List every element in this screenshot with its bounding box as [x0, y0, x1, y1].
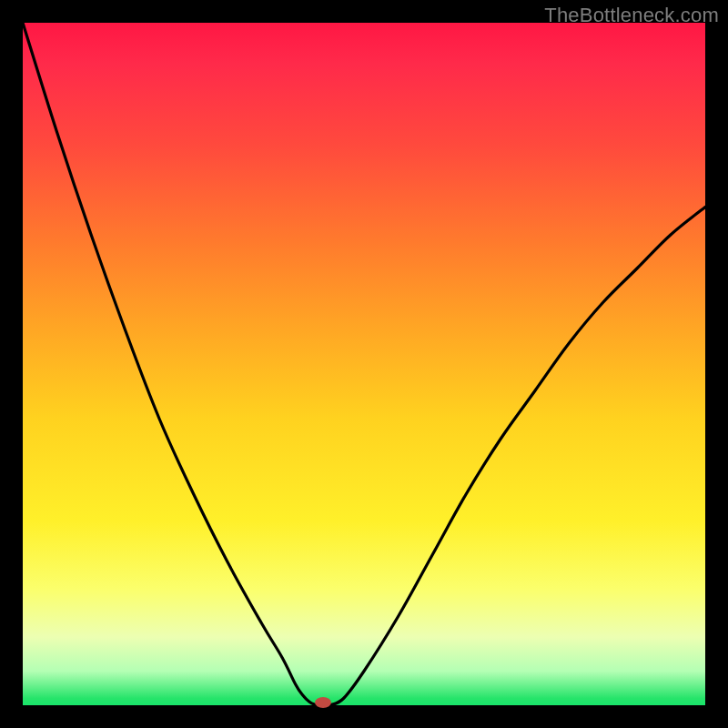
minimum-marker: [315, 697, 331, 708]
chart-frame: TheBottleneck.com: [0, 0, 728, 728]
bottleneck-curve: [23, 23, 705, 705]
curve-path: [23, 23, 705, 705]
plot-area: [23, 23, 705, 705]
